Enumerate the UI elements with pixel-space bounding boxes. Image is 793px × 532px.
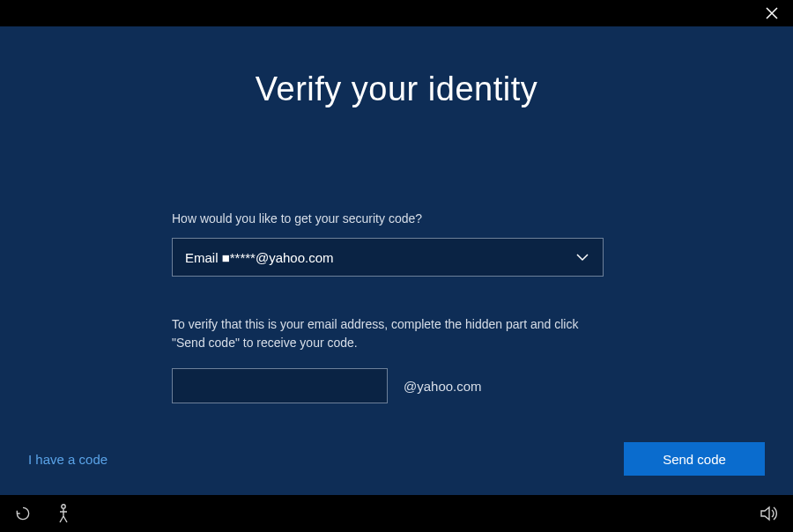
question-text: How would you like to get your security … <box>172 211 621 225</box>
page-title: Verify your identity <box>0 70 793 108</box>
power-icon[interactable] <box>14 505 32 522</box>
method-dropdown[interactable]: Email ■*****@yahoo.com <box>172 238 604 277</box>
dropdown-prefix: Email <box>185 250 222 265</box>
send-code-button[interactable]: Send code <box>624 442 765 476</box>
taskbar <box>0 495 793 532</box>
have-code-link[interactable]: I have a code <box>28 452 107 467</box>
bottom-actions: I have a code Send code <box>28 442 765 476</box>
accessibility-icon[interactable] <box>55 504 72 523</box>
close-icon[interactable] <box>761 3 782 24</box>
chevron-down-icon <box>574 249 590 265</box>
instruction-text: To verify that this is your email addres… <box>172 315 604 352</box>
dropdown-selected-value: Email ■*****@yahoo.com <box>185 250 334 265</box>
dropdown-domain: @yahoo.com <box>256 250 334 265</box>
svg-point-0 <box>62 505 65 508</box>
verify-form: How would you like to get your security … <box>172 211 621 403</box>
email-input-row: @yahoo.com <box>172 368 621 403</box>
titlebar <box>0 0 793 26</box>
email-prefix-input[interactable] <box>172 368 388 403</box>
email-domain-label: @yahoo.com <box>404 379 482 394</box>
main-panel: Verify your identity How would you like … <box>0 26 793 495</box>
dropdown-mask: ■***** <box>222 250 256 265</box>
volume-icon[interactable] <box>760 505 779 522</box>
